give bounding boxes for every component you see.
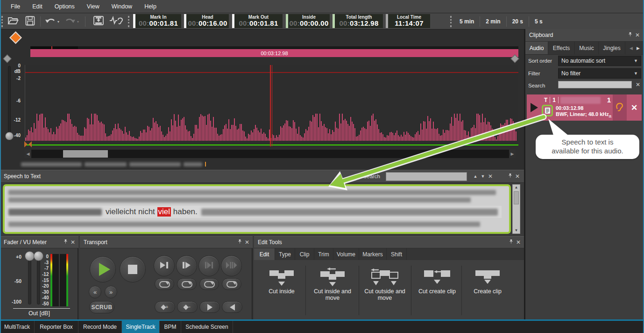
- speech-search-input[interactable]: [386, 172, 467, 181]
- add-marker-button[interactable]: +: [155, 301, 175, 313]
- loop-3-button[interactable]: [199, 278, 219, 290]
- tab-scroll-left-icon[interactable]: ◀: [630, 46, 633, 51]
- tool-cut-outside-move[interactable]: Cut outside and move: [362, 268, 407, 301]
- tool-cut-create-clip[interactable]: Cut create clip: [415, 268, 460, 295]
- scrub-button[interactable]: SCRUB: [89, 301, 114, 313]
- import-button[interactable]: [92, 15, 106, 28]
- speech-panel-close-icon[interactable]: ✕: [514, 173, 521, 180]
- bottom-tab-reporter-box[interactable]: Reporter Box: [35, 321, 78, 333]
- stop-button[interactable]: [120, 256, 146, 282]
- play-to-mark-button[interactable]: [154, 255, 175, 276]
- menu-item-edit[interactable]: Edit: [26, 0, 49, 13]
- zoom-5s-button[interactable]: 5 s: [529, 16, 548, 27]
- bowtie-marker-icon[interactable]: [24, 141, 32, 148]
- transport-panel-close-icon[interactable]: ✕: [243, 239, 251, 246]
- edit-tools-tab-type[interactable]: Type: [275, 248, 295, 260]
- edit-tools-tab-clip[interactable]: Clip: [295, 248, 314, 260]
- clipboard-tab-jingles[interactable]: Jingles: [599, 42, 625, 54]
- zoom-20s-button[interactable]: 20 s: [507, 16, 529, 27]
- loop-1-button[interactable]: [155, 278, 174, 290]
- speech-doc-button[interactable]: [542, 105, 553, 116]
- bottom-tab-schedule-screen[interactable]: Schedule Screen: [181, 321, 233, 333]
- loop-2-button[interactable]: [177, 278, 197, 290]
- edit-tools-pin-icon[interactable]: [507, 239, 515, 246]
- bottom-tab-singletrack[interactable]: SingleTrack: [122, 321, 160, 333]
- prev-marker-button[interactable]: [222, 301, 242, 313]
- clipboard-pin-icon[interactable]: [626, 32, 634, 38]
- open-button[interactable]: [7, 15, 20, 28]
- menu-item-window[interactable]: Window: [106, 0, 138, 13]
- play-from-mark-button[interactable]: [176, 255, 197, 276]
- tool-create-clip[interactable]: Create clip: [465, 268, 510, 295]
- clipboard-tab-effects[interactable]: Effects: [548, 42, 575, 54]
- menu-item-view[interactable]: View: [81, 0, 106, 13]
- bottom-tab-bpm[interactable]: BPM: [160, 321, 181, 333]
- clipboard-close-icon[interactable]: ✕: [634, 32, 641, 38]
- clip-collapse-icon[interactable]: »: [607, 115, 614, 118]
- sort-order-dropdown[interactable]: No automatic sort▼: [558, 56, 641, 66]
- prelisten-button[interactable]: [108, 15, 124, 28]
- edit-tools-tab-volume[interactable]: Volume: [333, 248, 359, 260]
- menu-item-file[interactable]: File: [5, 0, 26, 13]
- clipboard-tab-music[interactable]: Music: [575, 42, 599, 54]
- play-between-marks-button[interactable]: [198, 255, 219, 276]
- clip-play-button[interactable]: [527, 94, 542, 121]
- speech-search-clear-icon[interactable]: ✕: [487, 173, 494, 180]
- remove-marker-button[interactable]: −: [177, 301, 198, 313]
- undo-button[interactable]: ▼: [44, 15, 61, 28]
- toolbar-grip-3[interactable]: [450, 16, 452, 27]
- playhead-line[interactable]: [270, 65, 271, 146]
- fader-panel-close-icon[interactable]: ✕: [69, 239, 77, 246]
- edit-tools-tab-trim[interactable]: Trim: [314, 248, 333, 260]
- clipboard-search-input[interactable]: [558, 81, 632, 88]
- zoom-5min-button[interactable]: 5 min: [454, 16, 480, 27]
- filter-dropdown[interactable]: No filter▼: [558, 68, 641, 79]
- tool-cut-inside-move[interactable]: Cut inside and move: [310, 268, 355, 301]
- transcript-scroll-down-icon[interactable]: ▼: [513, 228, 520, 233]
- redo-dropdown-arrow[interactable]: ▼: [77, 20, 80, 23]
- forward-button[interactable]: »: [105, 286, 117, 298]
- tab-scroll-right-icon[interactable]: ▶: [637, 46, 640, 51]
- marker-diamond-orange[interactable]: [9, 31, 22, 44]
- toolbar-grip[interactable]: [1, 16, 3, 27]
- waveform-scrollbar-thumb[interactable]: [63, 150, 108, 158]
- zoom-2min-button[interactable]: 2 min: [480, 16, 506, 27]
- menu-item-help[interactable]: Help: [138, 0, 163, 13]
- bottom-tab-multitrack[interactable]: MultiTrack: [0, 321, 35, 333]
- fader-right-track[interactable]: [37, 257, 40, 304]
- clip-prelisten-button[interactable]: [613, 94, 627, 121]
- bottom-tab-record-mode[interactable]: Record Mode: [78, 321, 122, 333]
- loop-4-button[interactable]: [222, 278, 241, 290]
- transcript-scrollbar[interactable]: ▲ ▼: [512, 184, 520, 234]
- clip-remove-button[interactable]: ✕: [627, 94, 642, 121]
- fader-panel-pin-icon[interactable]: [62, 239, 69, 246]
- edit-tools-tab-shift[interactable]: Shift: [387, 248, 407, 260]
- toolbar-grip-2[interactable]: [128, 16, 129, 27]
- speech-search-next-icon[interactable]: ▼: [479, 174, 487, 179]
- waveform-display[interactable]: [25, 65, 518, 146]
- clipboard-tab-audio[interactable]: Audio: [525, 42, 548, 54]
- play-around-marks-button[interactable]: [221, 255, 242, 276]
- tool-cut-inside[interactable]: Cut inside: [262, 268, 302, 295]
- waveform-scrollbar-track[interactable]: [31, 150, 509, 158]
- clipboard-search-clear-icon[interactable]: ✕: [634, 81, 642, 88]
- play-button[interactable]: [90, 256, 116, 282]
- range-diamond-left[interactable]: [3, 54, 11, 63]
- undo-dropdown-arrow[interactable]: ▼: [57, 20, 60, 23]
- next-marker-button[interactable]: [199, 301, 220, 313]
- edit-tools-tab-markers[interactable]: Markers: [359, 248, 387, 260]
- scroll-left-button[interactable]: ◀: [25, 150, 31, 158]
- save-button[interactable]: [23, 15, 36, 28]
- overview-bar[interactable]: 00:03:12.98: [30, 49, 518, 57]
- speech-panel-pin-icon[interactable]: [506, 173, 514, 180]
- rewind-button[interactable]: «: [89, 286, 101, 298]
- fader-left-track[interactable]: [28, 257, 31, 304]
- clip-entry[interactable]: T 1 1 00:03:12.98 BWF, Linear; 48.0 kHz …: [527, 94, 642, 121]
- menu-item-options[interactable]: Options: [49, 0, 81, 13]
- transport-panel-pin-icon[interactable]: [236, 239, 243, 246]
- edit-tools-tab-edit[interactable]: Edit: [254, 248, 275, 260]
- transcript-scroll-up-icon[interactable]: ▲: [513, 185, 520, 190]
- speech-search-prev-icon[interactable]: ▲: [472, 174, 479, 179]
- transcript-area[interactable]: vielleicht nicht viel haben.: [3, 184, 511, 234]
- scroll-right-button[interactable]: ▶: [509, 150, 516, 158]
